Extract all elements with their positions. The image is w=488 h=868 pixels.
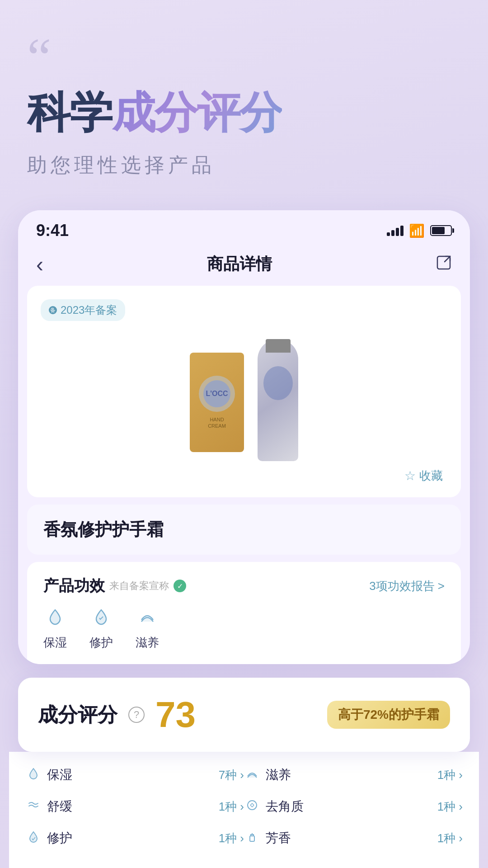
exfoliate-ingr-count[interactable]: 1种 › bbox=[437, 799, 463, 815]
moisture-icon bbox=[46, 607, 65, 630]
exfoliate-ingr-icon bbox=[244, 799, 260, 815]
repair-icon bbox=[92, 607, 111, 630]
status-icons: 📶 bbox=[387, 223, 452, 238]
effects-title-group: 产品功效 来自备案宣称 ✓ bbox=[43, 576, 186, 596]
svg-rect-2 bbox=[250, 836, 254, 841]
nourish-icon bbox=[138, 607, 157, 630]
status-time: 9:41 bbox=[36, 221, 69, 240]
product-name-card: 香氛修护护手霜 bbox=[27, 505, 461, 555]
svg-point-1 bbox=[248, 801, 257, 810]
score-title: 成分评分 bbox=[38, 702, 117, 728]
ingr-exfoliate[interactable]: 去角质 1种 › bbox=[244, 791, 463, 822]
ingredients-section: 保湿 7种 › 滋养 1种 › 舒缓 1种 › 去角质 1种 › bbox=[9, 752, 479, 865]
sensitive-section: 敏感成分 香精 1种 › 风险成分 1种 › 酒精 无 bbox=[9, 865, 479, 868]
nourish-ingr-count[interactable]: 1种 › bbox=[437, 767, 463, 783]
nav-title: 商品详情 bbox=[207, 253, 272, 275]
quote-mark: “ bbox=[27, 36, 461, 80]
soothe-ingr-icon bbox=[25, 799, 42, 815]
header-subtitle: 助您理性选择产品 bbox=[27, 152, 461, 179]
fragrance-ingr-icon bbox=[244, 830, 260, 846]
repair-ingr-count[interactable]: 1种 › bbox=[219, 830, 244, 846]
ingr-nourish[interactable]: 滋养 1种 › bbox=[244, 759, 463, 791]
effect-item-nourish: 滋养 bbox=[136, 607, 159, 651]
nourish-ingr-name: 滋养 bbox=[266, 766, 432, 783]
effects-title: 产品功效 bbox=[43, 576, 105, 596]
score-comparison-badge: 高于72%的护手霜 bbox=[327, 701, 450, 729]
repair-ingr-icon bbox=[25, 830, 42, 846]
ingr-soothe[interactable]: 舒缓 1种 › bbox=[25, 791, 244, 822]
back-button[interactable]: ‹ bbox=[36, 252, 43, 277]
fragrance-ingr-name: 芳香 bbox=[266, 830, 432, 847]
score-value: 73 bbox=[155, 694, 196, 736]
share-button[interactable] bbox=[436, 255, 452, 274]
ingr-moisture[interactable]: 保湿 7种 › bbox=[25, 759, 244, 791]
moisture-ingr-icon bbox=[25, 767, 42, 783]
sensitive-title: 敏感成分 bbox=[25, 865, 463, 868]
soothe-ingr-name: 舒缓 bbox=[47, 798, 213, 815]
wifi-icon: 📶 bbox=[409, 223, 425, 238]
fragrance-ingr-count[interactable]: 1种 › bbox=[437, 830, 463, 846]
score-help-button[interactable]: ? bbox=[128, 707, 145, 723]
header-section: “ 科学 成分评分 助您理性选择产品 bbox=[0, 0, 488, 197]
repair-ingr-name: 修护 bbox=[47, 830, 213, 847]
battery-icon bbox=[430, 225, 452, 236]
score-card: 成分评分 ? 73 高于72%的护手霜 bbox=[18, 678, 470, 752]
star-icon: ☆ bbox=[404, 468, 416, 483]
share-icon bbox=[436, 255, 452, 271]
nav-bar: ‹ 商品详情 bbox=[18, 245, 470, 286]
phone-card: 9:41 📶 ‹ 商品详情 备 bbox=[18, 210, 470, 664]
product-badge: 备 2023年备案 bbox=[41, 299, 125, 321]
ingr-repair[interactable]: 修护 1种 › bbox=[25, 822, 244, 854]
status-bar: 9:41 📶 bbox=[18, 210, 470, 245]
nourish-label: 滋养 bbox=[136, 635, 159, 651]
product-section: 备 2023年备案 L'OCC HANDCREAM bbox=[27, 286, 461, 497]
soothe-ingr-count[interactable]: 1种 › bbox=[219, 799, 244, 815]
effects-items: 保湿 修护 滋养 bbox=[43, 607, 445, 651]
ingr-fragrance[interactable]: 芳香 1种 › bbox=[244, 822, 463, 854]
repair-label: 修护 bbox=[89, 635, 113, 651]
nourish-ingr-icon bbox=[244, 767, 260, 783]
badge-icon: 备 bbox=[49, 306, 57, 314]
title-line: 科学 成分评分 bbox=[27, 84, 461, 143]
effect-item-moisture: 保湿 bbox=[43, 607, 67, 651]
verified-icon: ✓ bbox=[174, 580, 186, 592]
effects-source: 来自备案宣称 bbox=[109, 579, 169, 593]
title-purple: 成分评分 bbox=[112, 84, 282, 143]
moisture-label: 保湿 bbox=[43, 635, 67, 651]
collect-label: 收藏 bbox=[419, 468, 443, 484]
signal-icon bbox=[387, 226, 404, 236]
effect-item-repair: 修护 bbox=[89, 607, 113, 651]
title-dark: 科学 bbox=[27, 84, 112, 143]
product-image: L'OCC HANDCREAM bbox=[185, 339, 303, 475]
effects-section: 产品功效 来自备案宣称 ✓ 3项功效报告 > 保湿 修护 bbox=[27, 562, 461, 664]
ingredients-grid: 保湿 7种 › 滋养 1种 › 舒缓 1种 › 去角质 1种 › bbox=[25, 759, 463, 854]
moisture-ingr-name: 保湿 bbox=[47, 766, 213, 783]
product-image-area: L'OCC HANDCREAM ☆ 收藏 bbox=[41, 330, 447, 484]
badge-text: 2023年备案 bbox=[61, 303, 117, 317]
exfoliate-ingr-name: 去角质 bbox=[266, 798, 432, 815]
effects-header: 产品功效 来自备案宣称 ✓ 3项功效报告 > bbox=[43, 576, 445, 596]
moisture-ingr-count[interactable]: 7种 › bbox=[219, 767, 244, 783]
collect-button[interactable]: ☆ 收藏 bbox=[404, 468, 443, 484]
effects-report-link[interactable]: 3项功效报告 > bbox=[369, 578, 445, 594]
product-name: 香氛修护护手霜 bbox=[43, 520, 164, 539]
